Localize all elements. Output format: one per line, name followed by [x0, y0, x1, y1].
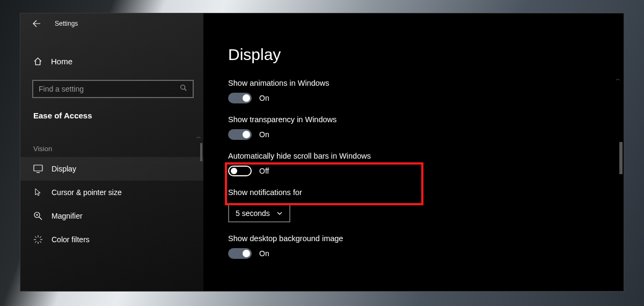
setting-animations: Show animations in Windows On [228, 79, 624, 103]
home-nav[interactable]: Home [20, 50, 203, 72]
main-content: Display Show animations in Windows On Sh… [203, 13, 624, 291]
sidebar-scrollbar-thumb[interactable] [200, 143, 202, 161]
toggle-hide-scrollbars[interactable] [228, 166, 252, 176]
magnifier-icon [33, 211, 43, 221]
toggle-state: Off [259, 167, 269, 175]
setting-label: Show desktop background image [228, 234, 624, 243]
sidebar-item-label: Display [52, 165, 76, 173]
setting-label: Show notifications for [228, 188, 624, 197]
main-scrollbar-thumb[interactable] [619, 142, 623, 174]
svg-point-4 [181, 85, 185, 89]
cursor-icon [33, 188, 43, 197]
svg-line-5 [185, 89, 187, 91]
setting-label: Automatically hide scroll bars in Window… [228, 152, 624, 160]
setting-hide-scrollbars: Automatically hide scroll bars in Window… [228, 152, 624, 176]
setting-transparency: Show transparency in Windows On [228, 115, 624, 140]
sidebar-item-cursor[interactable]: Cursor & pointer size [20, 181, 203, 204]
page-title: Display [228, 46, 624, 64]
toggle-transparency[interactable] [228, 129, 252, 140]
display-icon [33, 164, 43, 174]
window-title: Settings [55, 20, 78, 27]
svg-line-9 [39, 217, 42, 220]
color-filters-icon [33, 235, 43, 244]
main-scroll-up-icon[interactable]: ︿ [616, 76, 620, 83]
sidebar-scroll-up-icon[interactable]: ︿ [196, 133, 201, 140]
sidebar-item-color-filters[interactable]: Color filters [20, 228, 203, 251]
toggle-state: On [259, 249, 269, 258]
toggle-state: On [259, 130, 269, 139]
home-label: Home [51, 57, 72, 66]
back-button[interactable] [30, 17, 43, 30]
svg-line-17 [40, 241, 41, 243]
sidebar-item-label: Magnifier [52, 212, 83, 220]
svg-rect-6 [34, 165, 42, 171]
group-label-vision: Vision [33, 145, 203, 153]
toggle-state: On [259, 94, 269, 102]
toggle-animations[interactable] [228, 93, 252, 103]
svg-line-19 [40, 236, 41, 238]
sidebar-item-label: Color filters [52, 235, 90, 244]
dropdown-value: 5 seconds [236, 209, 270, 218]
back-arrow-icon [32, 19, 41, 28]
toggle-desktop-bg[interactable] [228, 248, 252, 259]
sidebar: Settings Home Ease of Access Vision Disp… [20, 13, 203, 291]
chevron-down-icon [276, 210, 283, 217]
home-icon [33, 57, 42, 66]
setting-notifications-for: Show notifications for 5 seconds [228, 188, 624, 222]
setting-desktop-bg: Show desktop background image On [228, 234, 624, 259]
category-heading: Ease of Access [33, 111, 203, 120]
sidebar-item-label: Cursor & pointer size [52, 188, 122, 197]
setting-label: Show transparency in Windows [228, 115, 624, 124]
svg-line-16 [35, 236, 36, 238]
sidebar-item-display[interactable]: Display [20, 157, 203, 181]
search-box[interactable] [32, 80, 194, 98]
search-icon [180, 84, 187, 94]
search-input[interactable] [39, 85, 180, 93]
settings-window: Settings Home Ease of Access Vision Disp… [20, 13, 624, 292]
setting-label: Show animations in Windows [228, 79, 624, 87]
sidebar-item-magnifier[interactable]: Magnifier [20, 204, 203, 228]
notifications-dropdown[interactable]: 5 seconds [228, 204, 290, 222]
titlebar: Settings [20, 13, 203, 34]
svg-line-18 [35, 241, 36, 243]
